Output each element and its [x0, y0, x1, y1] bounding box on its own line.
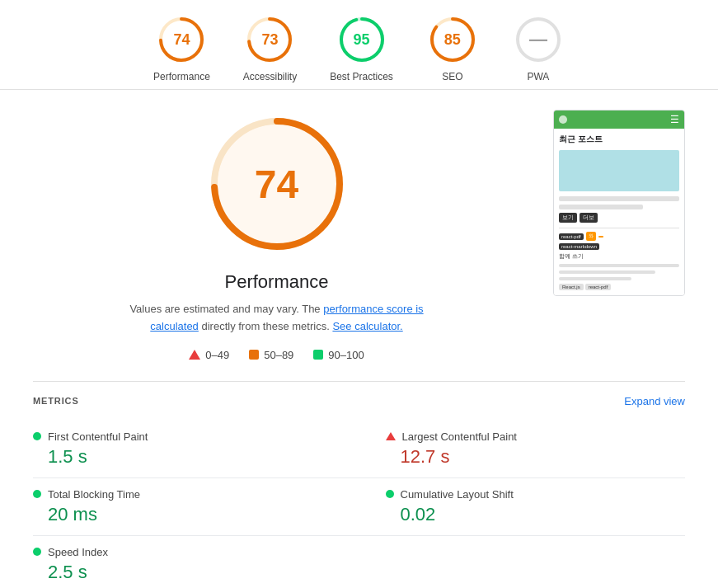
- preview-text-4: [559, 270, 655, 274]
- big-gauge-performance: 74: [203, 110, 351, 258]
- metric-dot-cls: [386, 490, 394, 498]
- score-value-best-practices: 95: [354, 31, 370, 49]
- metric-item-tbt: Total Blocking Time 20 ms: [33, 478, 359, 536]
- preview-section2: react-pdf 와 react-markdown 함께 쓰기 React.j…: [559, 228, 679, 290]
- legend-fail-range: 0–49: [205, 349, 229, 361]
- metric-item-si: Speed Index 2.5 s: [33, 536, 359, 588]
- performance-title: Performance: [225, 271, 329, 293]
- metric-label-fcp: First Contentful Paint: [48, 430, 148, 443]
- preview-topbar: ☰: [554, 111, 684, 129]
- metric-label-tbt: Total Blocking Time: [48, 488, 140, 501]
- preview-text-1: [559, 196, 679, 201]
- metric-value-fcp: 1.5 s: [33, 446, 333, 468]
- preview-pkg-badge-3: [598, 236, 603, 238]
- gauge-performance: 74: [155, 13, 208, 66]
- metric-value-si: 2.5 s: [33, 562, 333, 583]
- metrics-grid: First Contentful Paint 1.5 s Largest Con…: [33, 421, 685, 588]
- metric-label-row-cls: Cumulative Layout Shift: [386, 488, 686, 501]
- legend-dot-icon: [313, 350, 323, 360]
- preview-text-2: [559, 205, 643, 209]
- legend-square-icon: [249, 350, 259, 360]
- gauge-pwa: —: [512, 13, 565, 66]
- metric-value-tbt: 20 ms: [33, 504, 333, 525]
- legend-item-fail: 0–49: [189, 349, 229, 361]
- legend-avg-range: 50–89: [264, 349, 293, 361]
- preview-pkg-row-2: react-markdown: [559, 243, 679, 250]
- preview-image: [559, 150, 679, 191]
- legend-triangle-icon: [189, 350, 200, 360]
- calc-link[interactable]: See calculator.: [332, 320, 402, 332]
- gauge-accessibility: 73: [243, 13, 296, 66]
- performance-description: Values are estimated and may vary. The p…: [129, 301, 425, 336]
- metric-triangle-lcp: [386, 432, 396, 440]
- preview-bottom-tag-1: React.js: [559, 284, 584, 290]
- score-label-best-practices: Best Practices: [330, 71, 393, 82]
- preview-bottom-tag-2: react-pdf: [585, 284, 612, 290]
- metric-value-cls: 0.02: [386, 504, 686, 525]
- score-label-accessibility: Accessibility: [243, 71, 297, 82]
- preview-pkg-badge-1: react-pdf: [559, 233, 584, 240]
- preview-tag-1: 보기: [559, 213, 577, 223]
- metric-label-row-fcp: First Contentful Paint: [33, 430, 333, 443]
- metric-dot-si: [33, 548, 41, 556]
- expand-view-button[interactable]: Expand view: [624, 395, 685, 407]
- desc-text: Values are estimated and may vary. The: [129, 303, 320, 315]
- metric-label-row-tbt: Total Blocking Time: [33, 488, 333, 501]
- main-content: 74 Performance Values are estimated and …: [0, 90, 718, 381]
- metric-label-si: Speed Index: [48, 546, 108, 558]
- metric-dot-tbt: [33, 490, 41, 498]
- score-value-pwa: —: [529, 29, 547, 50]
- metric-label-lcp: Largest Contentful Paint: [402, 430, 517, 443]
- metric-label-cls: Cumulative Layout Shift: [401, 488, 514, 501]
- score-value-accessibility: 73: [261, 31, 278, 49]
- metric-label-row-lcp: Largest Contentful Paint: [386, 430, 686, 443]
- score-item-seo[interactable]: 85 SEO: [426, 13, 479, 82]
- score-value-performance: 74: [173, 31, 190, 49]
- metrics-section: METRICS Expand view First Contentful Pai…: [0, 382, 718, 588]
- preview-tags-row: 보기 더보: [559, 213, 679, 223]
- legend-item-pass: 90–100: [313, 349, 364, 361]
- metrics-header: METRICS Expand view: [33, 395, 685, 407]
- score-label-performance: Performance: [153, 71, 210, 82]
- score-item-accessibility[interactable]: 73 Accessibility: [243, 13, 297, 82]
- preview-topbar-icon: ☰: [670, 114, 679, 125]
- metric-dot-fcp: [33, 432, 41, 440]
- legend-item-average: 50–89: [249, 349, 293, 361]
- preview-text-5: [559, 277, 631, 280]
- right-panel: ☰ 최근 포스트 보기 더보 react-pdf 와: [553, 110, 685, 361]
- left-panel: 74 Performance Values are estimated and …: [33, 110, 520, 361]
- preview-pkg-badge-2: 와: [586, 232, 596, 241]
- desc-mid: directly from these metrics.: [201, 320, 329, 332]
- score-item-best-practices[interactable]: 95 Best Practices: [330, 13, 393, 82]
- preview-bottom-tags: React.js react-pdf: [559, 284, 679, 290]
- preview-text-3: [559, 264, 679, 267]
- score-item-pwa[interactable]: — PWA: [512, 13, 565, 82]
- score-value-seo: 85: [444, 31, 461, 49]
- metric-value-lcp: 12.7 s: [386, 446, 686, 468]
- metric-item-fcp: First Contentful Paint 1.5 s: [33, 421, 359, 478]
- score-bar: 74 Performance 73 Accessibility 95 Best …: [0, 0, 718, 90]
- preview-pkg-badge-4: react-markdown: [559, 243, 599, 250]
- big-score-value: 74: [255, 162, 298, 207]
- preview-topbar-dot: [559, 115, 567, 124]
- preview-heading: 최근 포스트: [559, 134, 679, 145]
- score-item-performance[interactable]: 74 Performance: [153, 13, 210, 82]
- preview-frame: ☰ 최근 포스트 보기 더보 react-pdf 와: [553, 110, 685, 296]
- legend-pass-range: 90–100: [328, 349, 364, 361]
- metric-label-row-si: Speed Index: [33, 546, 333, 558]
- preview-tag-2: 더보: [580, 213, 598, 223]
- metric-item-cls: Cumulative Layout Shift 0.02: [359, 478, 686, 536]
- metric-item-lcp: Largest Contentful Paint 12.7 s: [359, 421, 686, 478]
- preview-pkg-row-1: react-pdf 와: [559, 232, 679, 241]
- preview-pkg-text: 함께 쓰기: [559, 252, 679, 261]
- score-label-pwa: PWA: [527, 71, 549, 82]
- metrics-title: METRICS: [33, 396, 79, 406]
- score-label-seo: SEO: [442, 71, 462, 82]
- legend: 0–49 50–89 90–100: [189, 349, 364, 361]
- gauge-best-practices: 95: [336, 13, 388, 66]
- gauge-seo: 85: [426, 13, 479, 66]
- preview-body: 최근 포스트 보기 더보 react-pdf 와 react-markdown: [554, 129, 684, 295]
